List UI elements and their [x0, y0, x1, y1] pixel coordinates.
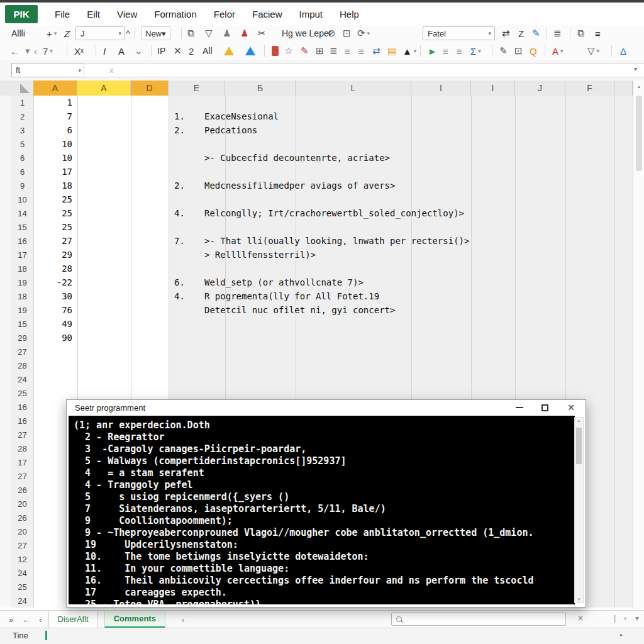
- chevron-down-icon[interactable]: ▾: [367, 30, 370, 36]
- row-header-9[interactable]: 14: [11, 206, 33, 220]
- warning-yellow-icon[interactable]: [224, 47, 234, 55]
- person-icon[interactable]: ♟: [223, 25, 231, 42]
- tab-next-icon[interactable]: ›: [624, 614, 626, 623]
- cell-a-value[interactable]: 17: [33, 165, 72, 179]
- star-icon[interactable]: ☆: [284, 43, 292, 59]
- select-all-corner[interactable]: [20, 84, 30, 93]
- column-header-I[interactable]: I: [411, 80, 471, 96]
- row-header-29[interactable]: 26: [11, 483, 33, 497]
- indent-icon[interactable]: ⇄: [372, 43, 380, 59]
- row-header-16[interactable]: 19: [11, 303, 33, 317]
- align-right-icon[interactable]: ≡: [358, 43, 364, 59]
- chevron-down-icon[interactable]: ▾: [54, 30, 57, 36]
- align-left-icon[interactable]: ≡: [345, 43, 350, 59]
- cell-a-value[interactable]: -22: [33, 275, 72, 289]
- row-header-7[interactable]: 9: [11, 179, 33, 192]
- row-header-21[interactable]: 24: [11, 372, 33, 386]
- chevron-down-icon[interactable]: ⌄: [135, 43, 143, 59]
- chevron-down-icon[interactable]: ▾: [162, 29, 166, 38]
- row-header-27[interactable]: 17: [11, 455, 33, 469]
- row-header-14[interactable]: 19: [11, 275, 33, 289]
- row-header-10[interactable]: 15: [11, 220, 33, 234]
- cell-a-value[interactable]: 90: [33, 331, 72, 345]
- pen-icon[interactable]: ✎: [499, 43, 508, 59]
- status-circle-icon[interactable]: ◔: [618, 630, 623, 640]
- column-header-D[interactable]: D: [131, 80, 169, 96]
- cell-a-value[interactable]: 76: [33, 303, 72, 317]
- refresh-icon[interactable]: ⟳▾: [357, 25, 370, 42]
- pen-blue-icon[interactable]: ✎: [532, 25, 540, 42]
- cell-a-value[interactable]: 25: [33, 192, 72, 206]
- row-header-28[interactable]: 27: [11, 469, 33, 483]
- person-red-icon[interactable]: ♟: [240, 25, 248, 42]
- row-header-4[interactable]: 5: [11, 137, 33, 151]
- vertical-scrollbar[interactable]: ▲: [633, 80, 644, 609]
- row-header-6[interactable]: 6: [11, 165, 33, 179]
- play-green-icon[interactable]: ►: [428, 43, 437, 59]
- align-center-icon[interactable]: ≡: [443, 43, 448, 59]
- copy-icon[interactable]: ⧉: [187, 25, 194, 42]
- column-header-A[interactable]: A: [33, 80, 77, 96]
- menu-item-help[interactable]: Help: [340, 9, 359, 19]
- superscript-icon[interactable]: Xˣ: [74, 43, 84, 59]
- formula-bar-expand-icon[interactable]: ▾: [634, 65, 637, 72]
- menu-item-imput[interactable]: Imput: [299, 9, 323, 19]
- console-scroll-down-icon[interactable]: ▼: [575, 597, 583, 601]
- z-icon[interactable]: Z: [518, 25, 524, 42]
- row-header-24[interactable]: 16: [11, 414, 33, 428]
- new-button[interactable]: New▾: [141, 26, 170, 40]
- row-header-3[interactable]: 3: [11, 123, 33, 137]
- row-header-20[interactable]: 28: [11, 358, 33, 372]
- add-icon[interactable]: +▾: [47, 25, 57, 42]
- menu-item-formation[interactable]: Formation: [154, 9, 197, 19]
- row-header-26[interactable]: 28: [11, 441, 33, 455]
- console-scrollbar[interactable]: ▲ ▼: [574, 417, 584, 603]
- maximize-button[interactable]: [539, 402, 550, 413]
- row-header-37[interactable]: 24: [11, 594, 33, 608]
- sum-icon[interactable]: Σ▾: [470, 43, 481, 59]
- cell-a-value[interactable]: 7: [33, 109, 72, 123]
- chevron-left-icon[interactable]: ‹: [34, 43, 37, 59]
- warning-blue-icon[interactable]: [245, 47, 255, 55]
- row-header-11[interactable]: 16: [11, 234, 33, 248]
- tabs-last-icon[interactable]: »: [9, 615, 13, 625]
- row-header-17[interactable]: 15: [11, 317, 33, 331]
- chevron-down-icon[interactable]: ▾: [118, 30, 121, 36]
- cell-a-value[interactable]: 25: [33, 206, 72, 220]
- cell-a-value[interactable]: 1: [33, 96, 72, 109]
- delete-x-icon[interactable]: ✕: [174, 43, 182, 59]
- font-select[interactable]: Fatel▾: [423, 26, 495, 40]
- row-header-32[interactable]: 20: [11, 525, 33, 538]
- stack-icon[interactable]: ≡: [595, 25, 601, 42]
- font-color-icon[interactable]: A▾: [552, 43, 564, 59]
- pen-red-icon[interactable]: ✎: [301, 43, 309, 59]
- column-header-blank[interactable]: [614, 80, 633, 96]
- tab-close-icon[interactable]: ✕: [577, 614, 584, 623]
- row-header-8[interactable]: 10: [11, 192, 33, 206]
- row-header-15[interactable]: 18: [11, 289, 33, 303]
- italic-icon[interactable]: I: [103, 43, 106, 59]
- chevron-down-icon[interactable]: ▾: [488, 30, 491, 36]
- cell-a-value[interactable]: 29: [33, 248, 72, 262]
- search-q-icon[interactable]: Q: [530, 43, 537, 59]
- column-header-L[interactable]: L: [296, 80, 411, 96]
- grid-icon[interactable]: ⊞: [316, 43, 324, 59]
- vertical-scrollbar-thumb[interactable]: [636, 96, 642, 171]
- cell-a-value[interactable]: 18: [33, 179, 72, 192]
- menu-item-file[interactable]: File: [55, 9, 70, 19]
- cell-a-value[interactable]: 28: [33, 262, 72, 275]
- close-button[interactable]: ✕: [565, 402, 577, 413]
- menu-item-faciew[interactable]: Faciew: [252, 9, 282, 19]
- box-arrow-icon[interactable]: ⊡: [343, 25, 351, 42]
- column-header-A[interactable]: A: [77, 80, 131, 96]
- column-header-I[interactable]: I: [471, 80, 515, 96]
- console-scrollbar-thumb[interactable]: [576, 428, 582, 464]
- font-name-combo[interactable]: J▾: [75, 26, 125, 40]
- outline-list-icon[interactable]: ≣: [553, 25, 562, 42]
- cell-a-value[interactable]: 10: [33, 137, 72, 151]
- name-box-dropdown-icon[interactable]: ▾: [78, 67, 81, 74]
- console-title-bar[interactable]: Seetr programment ✕: [67, 400, 586, 416]
- menu-item-eilt[interactable]: Eilt: [87, 9, 100, 19]
- scroll-up-icon[interactable]: ▲: [633, 84, 644, 89]
- cell-a-value[interactable]: 27: [33, 234, 72, 248]
